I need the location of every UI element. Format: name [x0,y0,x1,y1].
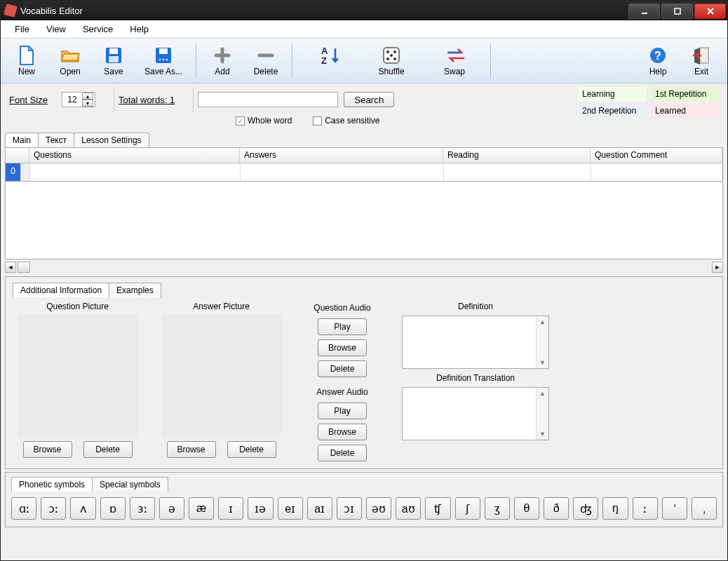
open-button[interactable]: Open [48,40,92,82]
symbol-button-8[interactable]: ɪə [248,497,273,520]
total-words-label: Total words: 1 [119,95,175,105]
tab-additional-info[interactable]: Additional Information [13,283,109,297]
tab-lesson-settings[interactable]: Lesson Settings [74,133,149,147]
answer-picture-box[interactable] [162,314,281,437]
swap-button[interactable]: Swap [423,40,486,82]
symbol-button-13[interactable]: aʊ [396,497,421,520]
symbol-button-10[interactable]: aɪ [307,497,332,520]
scroll-right-icon[interactable]: ► [712,262,723,273]
words-grid: Questions Answers Reading Question Comme… [5,147,723,259]
symbol-tabs: Phonetic symbols Special symbols [11,477,717,492]
symbol-button-11[interactable]: ɔɪ [337,497,362,520]
exit-button[interactable]: Exit [680,40,723,82]
menu-file[interactable]: File [6,22,38,36]
definition-translation-scrollbar[interactable]: ▲▼ [536,388,548,440]
symbol-button-1[interactable]: ɔː [41,497,66,520]
main-tabs: Main Текст Lesson Settings [1,128,727,147]
symbol-button-9[interactable]: eɪ [278,497,303,520]
scroll-thumb[interactable] [18,262,30,273]
whole-word-checkbox[interactable]: ✓ Whole word [236,116,292,126]
cell-reading[interactable] [444,163,591,181]
search-input[interactable] [198,92,338,107]
definition-translation-textarea[interactable]: ▲▼ [402,387,549,440]
question-audio-play[interactable]: Play [318,318,367,335]
menu-help[interactable]: Help [121,22,157,36]
cell-questions[interactable] [30,163,241,181]
answer-picture-browse[interactable]: Browse [167,441,216,458]
spin-up[interactable]: ▲ [82,93,93,100]
cell-comment[interactable] [591,163,722,181]
symbol-button-12[interactable]: əʊ [366,497,391,520]
minimize-button[interactable] [628,4,660,19]
symbol-button-0[interactable]: ɑː [11,497,36,520]
symbol-button-2[interactable]: ʌ [70,497,95,520]
tab-text[interactable]: Текст [38,133,74,147]
scroll-left-icon[interactable]: ◄ [5,262,16,273]
question-picture-delete[interactable]: Delete [83,441,133,458]
grid-hscrollbar[interactable]: ◄ ► [5,261,723,273]
spin-down[interactable]: ▼ [82,100,93,107]
symbol-button-18[interactable]: ð [544,497,569,520]
menubar: File View Service Help [1,20,727,39]
status-legend: Learning 1st Repetition 2nd Repetition L… [577,86,720,119]
symbol-button-5[interactable]: ə [159,497,184,520]
symbol-button-14[interactable]: ʧ [425,497,450,520]
question-picture-box[interactable] [18,314,137,437]
search-button[interactable]: Search [344,92,394,107]
question-picture-label: Question Picture [46,302,109,311]
symbol-button-22[interactable]: ˈ [662,497,687,520]
symbol-button-23[interactable]: ˌ [692,497,717,520]
row-selector[interactable] [21,163,30,181]
definition-textarea[interactable]: ▲▼ [402,316,549,369]
case-sensitive-checkbox[interactable]: Case sensitive [313,116,379,126]
tab-main[interactable]: Main [5,133,39,147]
grid-header-index[interactable] [6,148,29,163]
definition-scrollbar[interactable]: ▲▼ [536,316,548,368]
font-size-spinner[interactable]: ▲ ▼ [62,92,95,107]
new-button[interactable]: New [5,40,48,82]
menu-view[interactable]: View [38,22,74,36]
answer-audio-delete[interactable]: Delete [318,445,367,461]
symbol-button-6[interactable]: æ [189,497,214,520]
grid-header-answers[interactable]: Answers [240,148,443,163]
shuffle-button[interactable]: Shuffle [360,40,423,82]
symbol-button-3[interactable]: ɒ [100,497,126,520]
grid-header-comment[interactable]: Question Comment [591,148,722,163]
save-label: Save [104,67,123,76]
symbol-button-19[interactable]: ʤ [573,497,598,520]
symbol-button-15[interactable]: ʃ [455,497,480,520]
save-button[interactable]: Save [92,40,135,82]
question-audio-delete[interactable]: Delete [318,360,367,377]
saveas-button[interactable]: Save As... [135,40,191,82]
symbol-button-7[interactable]: ɪ [218,497,243,520]
menu-service[interactable]: Service [74,22,121,36]
grid-header-questions[interactable]: Questions [29,148,240,163]
sort-button[interactable]: AZ [297,40,360,82]
symbol-button-21[interactable]: ː [633,497,658,520]
tab-examples[interactable]: Examples [109,283,161,297]
answer-audio-play[interactable]: Play [318,403,367,419]
table-row[interactable]: 0 [6,163,722,182]
answer-audio-browse[interactable]: Browse [318,424,367,440]
tab-phonetic-symbols[interactable]: Phonetic symbols [11,477,93,492]
font-size-label[interactable]: Font Size [9,95,48,105]
add-button[interactable]: Add [201,40,244,82]
help-button[interactable]: ? Help [636,40,680,82]
dice-icon [382,46,401,65]
cell-answers[interactable] [241,163,444,181]
close-button[interactable] [694,4,726,19]
question-picture-browse[interactable]: Browse [23,441,72,458]
symbol-button-4[interactable]: ɜː [130,497,155,520]
tab-special-symbols[interactable]: Special symbols [92,477,168,492]
symbol-button-17[interactable]: θ [514,497,539,520]
sort-az-icon: AZ [318,46,338,65]
maximize-button[interactable] [661,4,693,19]
delete-button[interactable]: Delete [244,40,288,82]
sort-label [327,67,329,76]
symbol-button-20[interactable]: ŋ [602,497,628,520]
symbol-button-16[interactable]: ʒ [485,497,510,520]
answer-picture-delete[interactable]: Delete [227,441,276,458]
grid-header-reading[interactable]: Reading [443,148,591,163]
question-audio-browse[interactable]: Browse [318,339,367,356]
font-size-input[interactable] [62,95,82,104]
